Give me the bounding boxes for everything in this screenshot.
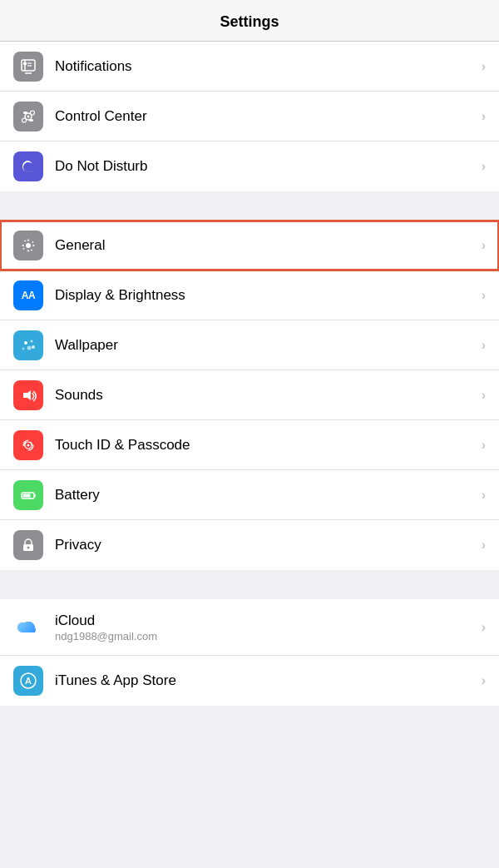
svg-rect-23 bbox=[23, 494, 31, 497]
section-2: General › AA Display & Brightness › bbox=[0, 221, 499, 570]
sounds-text: Sounds bbox=[55, 387, 477, 404]
touchid-label: Touch ID & Passcode bbox=[55, 437, 477, 454]
page-title: Settings bbox=[220, 13, 279, 30]
settings-item-dnd[interactable]: Do Not Disturb › bbox=[0, 141, 499, 191]
section-3: iCloud ndg1988@gmail.com › A iTunes & Ap… bbox=[0, 599, 499, 706]
icloud-icon bbox=[13, 613, 43, 642]
wallpaper-chevron: › bbox=[482, 338, 486, 353]
separator-1 bbox=[0, 191, 499, 221]
general-label: General bbox=[55, 237, 477, 254]
display-label: Display & Brightness bbox=[55, 287, 477, 304]
display-icon: AA bbox=[13, 280, 43, 310]
notifications-label: Notifications bbox=[55, 58, 477, 75]
svg-point-11 bbox=[22, 118, 27, 122]
svg-point-25 bbox=[27, 547, 30, 549]
settings-item-privacy[interactable]: Privacy › bbox=[0, 520, 499, 570]
general-chevron: › bbox=[482, 238, 486, 253]
wallpaper-text: Wallpaper bbox=[55, 337, 477, 354]
notifications-chevron: › bbox=[482, 59, 486, 74]
display-text: Display & Brightness bbox=[55, 287, 477, 304]
control-center-icon bbox=[13, 102, 43, 131]
control-center-chevron: › bbox=[482, 109, 486, 124]
settings-item-general[interactable]: General › bbox=[0, 221, 499, 270]
svg-point-14 bbox=[31, 340, 33, 342]
page-header: Settings bbox=[0, 0, 499, 42]
dnd-icon bbox=[13, 151, 43, 181]
icloud-text: iCloud ndg1988@gmail.com bbox=[55, 613, 477, 642]
general-text: General bbox=[55, 237, 477, 254]
svg-point-15 bbox=[27, 345, 32, 350]
svg-rect-9 bbox=[29, 119, 33, 122]
settings-page: Settings Notifications › bbox=[0, 0, 499, 706]
settings-item-battery[interactable]: Battery › bbox=[0, 470, 499, 520]
battery-icon bbox=[13, 480, 43, 510]
settings-item-itunes[interactable]: A iTunes & App Store › bbox=[0, 656, 499, 706]
settings-item-sounds[interactable]: Sounds › bbox=[0, 370, 499, 420]
sounds-label: Sounds bbox=[55, 387, 477, 404]
privacy-label: Privacy bbox=[55, 537, 477, 553]
svg-point-12 bbox=[26, 243, 31, 248]
icloud-sublabel: ndg1988@gmail.com bbox=[55, 630, 477, 642]
sounds-chevron: › bbox=[482, 388, 486, 403]
touchid-text: Touch ID & Passcode bbox=[55, 437, 477, 454]
dnd-chevron: › bbox=[482, 159, 486, 174]
separator-2 bbox=[0, 570, 499, 599]
svg-point-20 bbox=[27, 444, 30, 446]
settings-item-notifications[interactable]: Notifications › bbox=[0, 42, 499, 92]
privacy-chevron: › bbox=[482, 538, 486, 553]
notifications-icon bbox=[13, 52, 43, 82]
battery-label: Battery bbox=[55, 487, 477, 503]
icloud-label: iCloud bbox=[55, 613, 477, 629]
dnd-text: Do Not Disturb bbox=[55, 158, 477, 175]
touchid-icon bbox=[13, 430, 43, 460]
settings-item-control-center[interactable]: Control Center › bbox=[0, 92, 499, 141]
svg-rect-8 bbox=[23, 112, 27, 114]
svg-point-13 bbox=[24, 341, 27, 345]
control-center-text: Control Center bbox=[55, 108, 477, 125]
svg-point-17 bbox=[32, 345, 35, 349]
settings-item-icloud[interactable]: iCloud ndg1988@gmail.com › bbox=[0, 599, 499, 656]
dnd-label: Do Not Disturb bbox=[55, 158, 477, 175]
display-chevron: › bbox=[482, 288, 486, 303]
svg-point-16 bbox=[22, 347, 25, 350]
general-icon bbox=[13, 231, 43, 260]
svg-text:A: A bbox=[25, 676, 32, 686]
itunes-chevron: › bbox=[482, 673, 486, 688]
battery-chevron: › bbox=[482, 488, 486, 503]
notifications-text: Notifications bbox=[55, 58, 477, 75]
svg-point-10 bbox=[31, 111, 35, 115]
itunes-icon: A bbox=[13, 666, 43, 696]
settings-item-wallpaper[interactable]: Wallpaper › bbox=[0, 320, 499, 370]
svg-rect-22 bbox=[34, 494, 36, 497]
sounds-icon bbox=[13, 380, 43, 410]
itunes-label: iTunes & App Store bbox=[55, 672, 477, 689]
battery-text: Battery bbox=[55, 487, 477, 503]
touchid-chevron: › bbox=[482, 438, 486, 453]
section-1: Notifications › Control Center › bbox=[0, 42, 499, 191]
svg-marker-18 bbox=[23, 390, 31, 400]
svg-point-7 bbox=[27, 115, 30, 117]
icloud-chevron: › bbox=[482, 620, 486, 635]
control-center-label: Control Center bbox=[55, 108, 477, 125]
settings-item-display[interactable]: AA Display & Brightness › bbox=[0, 270, 499, 320]
privacy-icon bbox=[13, 530, 43, 560]
privacy-text: Privacy bbox=[55, 537, 477, 553]
itunes-text: iTunes & App Store bbox=[55, 672, 477, 689]
wallpaper-icon bbox=[13, 330, 43, 360]
wallpaper-label: Wallpaper bbox=[55, 337, 477, 354]
settings-item-touchid[interactable]: Touch ID & Passcode › bbox=[0, 420, 499, 470]
svg-rect-2 bbox=[23, 62, 27, 65]
